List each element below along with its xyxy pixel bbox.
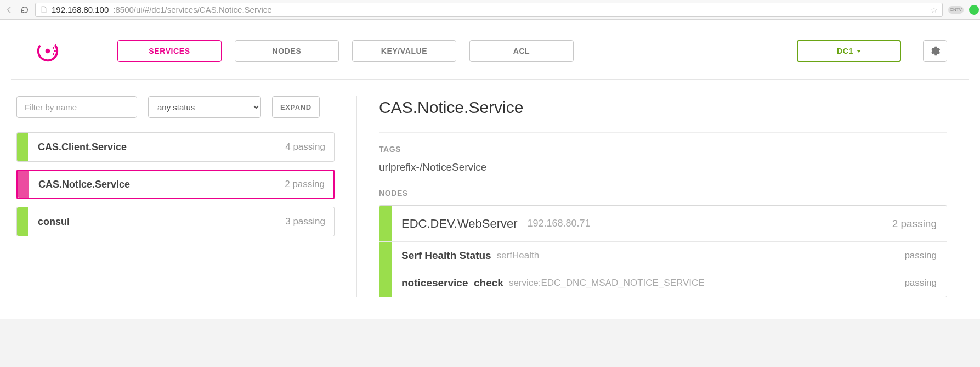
svg-point-4 bbox=[53, 53, 54, 55]
health-check-row[interactable]: noticeservice_check service:EDC_DNC_MSAD… bbox=[379, 269, 947, 297]
extension-badge[interactable]: CNTV bbox=[948, 6, 964, 14]
service-passing-count: 3 passing bbox=[285, 216, 334, 227]
service-detail-panel: CAS.Notice.Service TAGS urlprefix-/Notic… bbox=[379, 96, 947, 297]
tab-services[interactable]: SERVICES bbox=[117, 40, 222, 62]
check-state: passing bbox=[904, 278, 947, 289]
filter-name-input[interactable] bbox=[16, 96, 137, 118]
service-passing-count: 2 passing bbox=[285, 179, 333, 190]
bookmark-star-icon[interactable]: ☆ bbox=[931, 5, 938, 14]
node-name: EDC.DEV.WebServer bbox=[392, 217, 518, 231]
tab-key-value[interactable]: KEY/VALUE bbox=[352, 40, 456, 62]
service-name: CAS.Client.Service bbox=[28, 142, 127, 153]
node-passing-count: 2 passing bbox=[892, 218, 947, 230]
svg-point-6 bbox=[56, 52, 58, 54]
profile-avatar[interactable] bbox=[969, 5, 979, 15]
check-name: noticeservice_check bbox=[392, 277, 503, 289]
tab-nodes[interactable]: NODES bbox=[235, 40, 339, 62]
service-list-panel: any status EXPAND CAS.Client.Service 4 p… bbox=[16, 96, 335, 297]
service-row[interactable]: consul 3 passing bbox=[16, 207, 335, 236]
check-id: serfHealth bbox=[491, 250, 539, 261]
reload-icon[interactable] bbox=[20, 5, 30, 14]
expand-button[interactable]: EXPAND bbox=[272, 96, 320, 118]
svg-point-2 bbox=[53, 47, 54, 49]
tags-label: TAGS bbox=[379, 145, 947, 154]
back-icon[interactable] bbox=[4, 5, 14, 14]
address-bar[interactable]: 192.168.80.100:8500/ui/#/dc1/services/CA… bbox=[35, 3, 943, 17]
check-id: service:EDC_DNC_MSAD_NOTICE_SERVICE bbox=[503, 278, 705, 289]
service-title: CAS.Notice.Service bbox=[379, 98, 947, 117]
node-ip: 192.168.80.71 bbox=[518, 218, 591, 229]
status-bar-passing bbox=[17, 133, 28, 161]
browser-toolbar: 192.168.80.100:8500/ui/#/dc1/services/CA… bbox=[0, 0, 980, 20]
check-name: Serf Health Status bbox=[392, 250, 491, 262]
gear-icon bbox=[930, 46, 941, 57]
datacenter-label: DC1 bbox=[837, 47, 853, 55]
svg-point-5 bbox=[56, 48, 58, 50]
top-nav: SERVICES NODES KEY/VALUE ACL DC1 bbox=[0, 20, 980, 79]
consul-logo bbox=[33, 36, 63, 66]
chevron-down-icon bbox=[857, 50, 861, 53]
svg-point-1 bbox=[46, 49, 50, 54]
service-name: consul bbox=[28, 216, 70, 228]
node-card: EDC.DEV.WebServer 192.168.80.71 2 passin… bbox=[379, 205, 947, 297]
url-host: 192.168.80.100 bbox=[52, 5, 109, 14]
url-path: :8500/ui/#/dc1/services/CAS.Notice.Servi… bbox=[113, 5, 271, 14]
status-bar-passing bbox=[379, 269, 392, 297]
svg-point-3 bbox=[54, 50, 56, 52]
datacenter-select[interactable]: DC1 bbox=[797, 40, 901, 62]
check-state: passing bbox=[904, 250, 947, 261]
page-icon bbox=[40, 5, 47, 14]
tags-value: urlprefix-/NoticeService bbox=[379, 161, 947, 173]
status-bar-passing bbox=[17, 207, 28, 236]
filter-status-select[interactable]: any status bbox=[148, 96, 261, 118]
service-row[interactable]: CAS.Notice.Service 2 passing bbox=[16, 170, 335, 199]
service-row[interactable]: CAS.Client.Service 4 passing bbox=[16, 132, 335, 162]
status-bar-selected bbox=[18, 171, 29, 198]
nodes-label: NODES bbox=[379, 189, 947, 197]
settings-button[interactable] bbox=[923, 40, 947, 62]
tab-acl[interactable]: ACL bbox=[469, 40, 574, 62]
service-passing-count: 4 passing bbox=[285, 142, 334, 153]
status-bar-passing bbox=[379, 206, 392, 241]
health-check-row[interactable]: Serf Health Status serfHealth passing bbox=[379, 242, 947, 269]
column-divider bbox=[356, 96, 357, 297]
status-bar-passing bbox=[379, 242, 392, 269]
node-header[interactable]: EDC.DEV.WebServer 192.168.80.71 2 passin… bbox=[379, 206, 947, 242]
service-name: CAS.Notice.Service bbox=[29, 179, 130, 190]
